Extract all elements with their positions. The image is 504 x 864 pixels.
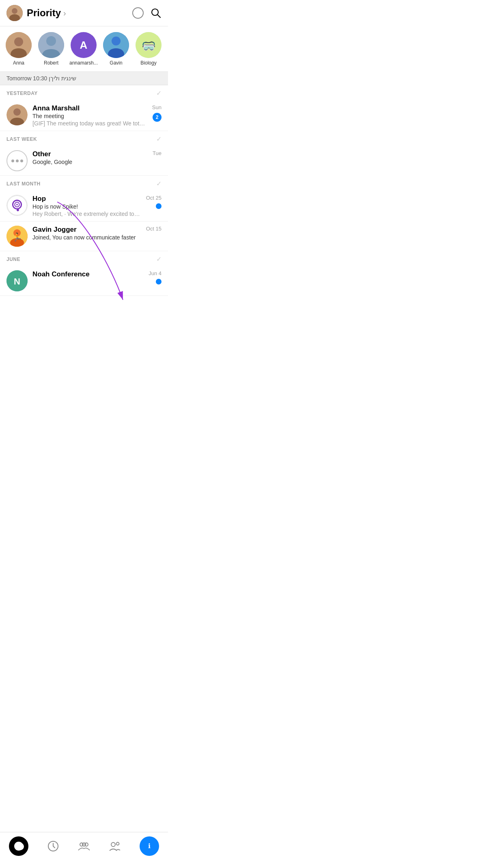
conv-other-name: Other — [32, 150, 51, 158]
tomorrow-bar: Tomorrow 10:30 שינגית וליךן — [0, 72, 168, 85]
avatar-anna-marshall — [6, 104, 28, 125]
story-annamarsh-label: annamarsh... — [69, 60, 98, 66]
conv-hop-subject: Hop is now Spike! — [32, 203, 141, 210]
header: Priority › — [0, 0, 168, 26]
story-gavin-label: Gavin — [110, 60, 122, 66]
conv-gavin-date: Oct 15 — [146, 226, 162, 232]
avatar-gavin-jogger: 🏃 — [6, 226, 28, 247]
conv-anna-subject: The meeting — [32, 113, 147, 119]
svg-point-20 — [13, 108, 21, 116]
conv-other-subject: Google, Google — [32, 159, 148, 165]
section-yesterday: YESTERDAY ✓ — [0, 85, 168, 100]
svg-point-12 — [112, 37, 121, 45]
conv-other[interactable]: Other Google, Google Tue — [0, 146, 168, 176]
dot3 — [20, 159, 23, 162]
tomorrow-text: Tomorrow 10:30 שינגית וליךן — [6, 75, 76, 82]
circle-icon[interactable] — [132, 7, 144, 19]
conv-gavin-jogger[interactable]: 🏃 Gavin Jogger Joined, You can now commu… — [0, 222, 168, 251]
story-annamarsh[interactable]: A annamarsh... — [69, 32, 98, 66]
svg-line-4 — [157, 15, 160, 17]
svg-point-26 — [17, 209, 19, 211]
conv-noah-content: Noah Conference — [32, 270, 144, 278]
section-june-label: JUNE — [6, 256, 20, 262]
conv-anna-name: Anna Marshall — [32, 104, 80, 112]
svg-text:N: N — [14, 276, 20, 287]
conv-other-date: Tue — [153, 150, 162, 156]
svg-point-6 — [14, 37, 23, 46]
stories-row: Anna Robert A annamarsh... — [0, 26, 168, 72]
search-icon[interactable] — [150, 7, 162, 19]
conv-noah-conference[interactable]: N Noah Conference Jun 4 — [0, 266, 168, 296]
header-icons — [132, 7, 162, 19]
section-last-week: LAST WEEK ✓ — [0, 131, 168, 146]
story-anna[interactable]: Anna — [4, 32, 33, 66]
avatar-annamarsh: A — [71, 32, 97, 58]
conv-hop-preview: Hey Robert, · We're extremely excited to… — [32, 211, 141, 217]
conv-anna-date: Sun — [152, 104, 162, 110]
conv-hop[interactable]: Hop Hop is now Spike! Hey Robert, · We'r… — [0, 191, 168, 222]
conv-hop-content: Hop Hop is now Spike! Hey Robert, · We'r… — [32, 195, 141, 217]
section-yesterday-check: ✓ — [156, 89, 162, 97]
section-june: JUNE ✓ — [0, 251, 168, 266]
conv-noah-date: Jun 4 — [149, 270, 162, 276]
section-last-month-check: ✓ — [156, 180, 162, 187]
avatar-biology: 🥽 — [136, 32, 162, 58]
story-gavin[interactable]: Gavin — [101, 32, 131, 66]
conv-noah-name: Noah Conference — [32, 270, 90, 278]
conv-noah-right: Jun 4 — [149, 270, 162, 284]
svg-point-25 — [16, 204, 18, 205]
section-last-week-label: LAST WEEK — [6, 136, 37, 142]
conv-hop-badge — [156, 203, 162, 209]
avatar-other — [6, 150, 28, 171]
avatar-hop — [6, 195, 28, 216]
avatar-robert — [38, 32, 64, 58]
story-biology-label: Biology — [140, 60, 156, 66]
conv-anna-marshall[interactable]: Anna Marshall The meeting [GIF] The meet… — [0, 100, 168, 131]
svg-text:🥽: 🥽 — [142, 39, 156, 53]
conv-anna-content: Anna Marshall The meeting [GIF] The meet… — [32, 104, 147, 127]
chevron-right-icon: › — [63, 9, 66, 18]
avatar-gavin — [103, 32, 129, 58]
conv-hop-date: Oct 25 — [146, 195, 162, 201]
conv-hop-right: Oct 25 — [146, 195, 162, 209]
story-smart[interactable]: Smar... — [166, 32, 168, 66]
page-title: Priority — [27, 7, 61, 19]
conv-other-right: Tue — [153, 150, 162, 156]
conv-anna-badge: 2 — [153, 113, 162, 122]
conv-anna-preview: [GIF] The meeting today was great! We to… — [32, 120, 147, 127]
header-title-row[interactable]: Priority › — [27, 7, 66, 19]
conv-hop-name: Hop — [32, 195, 46, 203]
conv-gavin-content: Gavin Jogger Joined, You can now communi… — [32, 226, 141, 241]
conv-noah-badge — [156, 279, 162, 284]
section-last-month: LAST MONTH ✓ — [0, 176, 168, 191]
svg-point-9 — [46, 36, 56, 46]
avatar-anna — [6, 32, 32, 58]
header-left: Priority › — [6, 5, 66, 21]
conv-gavin-right: Oct 15 — [146, 226, 162, 232]
section-last-month-label: LAST MONTH — [6, 181, 41, 187]
conv-gavin-name: Gavin Jogger — [32, 226, 77, 233]
avatar-noah-conference: N — [6, 270, 28, 291]
svg-text:🏃: 🏃 — [12, 232, 22, 242]
section-june-check: ✓ — [156, 255, 162, 263]
conv-anna-right: Sun 2 — [152, 104, 162, 122]
story-robert[interactable]: Robert — [37, 32, 66, 66]
story-anna-label: Anna — [13, 60, 24, 66]
svg-point-1 — [12, 8, 17, 14]
story-robert-label: Robert — [44, 60, 58, 66]
conv-gavin-subject: Joined, You can now communicate faster — [32, 234, 141, 241]
section-last-week-check: ✓ — [156, 135, 162, 143]
section-yesterday-label: YESTERDAY — [6, 90, 38, 96]
conv-other-content: Other Google, Google — [32, 150, 148, 165]
dot1 — [11, 159, 14, 162]
profile-avatar[interactable] — [6, 5, 23, 21]
dot2 — [16, 159, 19, 162]
story-biology[interactable]: 🥽 Biology — [134, 32, 163, 66]
